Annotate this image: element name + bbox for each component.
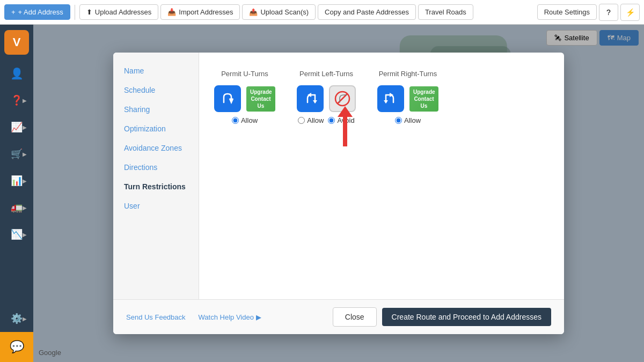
right-upgrade-label: UpgradeContact Us <box>413 89 435 109</box>
chat-icon: 💬 <box>10 340 24 354</box>
left-turn-allow-icon <box>297 85 324 112</box>
arrow-shaft <box>343 117 347 146</box>
arrow-head-up <box>338 106 353 117</box>
nav-user-label: User <box>124 202 140 210</box>
left-turns-allow-input[interactable] <box>298 117 305 124</box>
u-turns-upgrade-button[interactable]: UpgradeContact Us <box>246 86 275 112</box>
right-turns-allow-input[interactable] <box>395 117 402 124</box>
right-turns-icons: UpgradeContact Us <box>377 85 438 112</box>
question-icon: ? <box>606 8 611 17</box>
sub-indicator: ▶ <box>23 151 27 157</box>
sidebar-item-cart[interactable]: 🛒 ▶ <box>4 143 29 165</box>
turn-restrictions-row: Permit U-Turns UpgradeCo <box>214 70 549 124</box>
sidebar-item-add-user[interactable]: 👤 <box>4 62 29 85</box>
upload-addresses-button[interactable]: ⬆ Upload Addresses <box>79 4 159 20</box>
right-turns-allow-radio[interactable]: Allow <box>395 116 421 124</box>
left-turn-avoid-svg <box>334 91 350 107</box>
sidebar-item-activity[interactable]: 📈 ▶ <box>4 116 29 138</box>
right-turns-upgrade-button[interactable]: UpgradeContact Us <box>409 86 438 112</box>
modal-footer: Send Us Feedback Watch Help Video ▶ Clos… <box>113 299 564 334</box>
create-route-button[interactable]: Create Route and Proceed to Add Addresse… <box>382 308 551 326</box>
modal-nav: Name Schedule Sharing Optimization Avoid… <box>113 53 199 299</box>
upload-scans-button[interactable]: 📤 Upload Scan(s) <box>242 4 316 20</box>
send-feedback-link[interactable]: Send Us Feedback <box>126 313 186 321</box>
u-turns-label: Permit U-Turns <box>221 70 268 78</box>
footer-buttons: Close Create Route and Proceed to Add Ad… <box>333 307 551 327</box>
sidebar-item-dispatch[interactable]: 🚛 ▶ <box>4 196 29 219</box>
lightning-button[interactable]: ⚡ <box>620 4 640 21</box>
close-button[interactable]: Close <box>333 307 377 327</box>
modal-nav-item-directions[interactable]: Directions <box>113 158 199 177</box>
modal-nav-item-avoidance-zones[interactable]: Avoidance Zones <box>113 138 199 158</box>
plus-icon: + <box>11 8 16 16</box>
svg-marker-12 <box>384 100 388 104</box>
modal-nav-item-optimization[interactable]: Optimization <box>113 119 199 138</box>
close-label: Close <box>345 313 364 321</box>
modal-nav-item-turn-restrictions[interactable]: Turn Restrictions <box>113 177 199 196</box>
add-address-button[interactable]: + + Add Address <box>4 4 70 20</box>
feedback-label: Send Us Feedback <box>126 313 186 321</box>
route-settings-button[interactable]: Route Settings <box>537 4 597 20</box>
help-icon: ❓ <box>11 94 23 106</box>
travel-roads-button[interactable]: Travel Roads <box>418 4 473 20</box>
modal-nav-item-name[interactable]: Name <box>113 61 199 80</box>
travel-roads-label: Travel Roads <box>425 8 466 16</box>
sub-indicator: ▶ <box>23 232 27 238</box>
add-address-label: + Add Address <box>18 8 63 16</box>
right-turns-allow-text: Allow <box>404 116 421 124</box>
reports-icon: 📉 <box>11 228 23 240</box>
sidebar-item-settings[interactable]: ⚙️ ▶ <box>4 307 29 330</box>
footer-links: Send Us Feedback Watch Help Video ▶ <box>126 313 261 321</box>
nav-optimization-label: Optimization <box>124 124 166 133</box>
settings-icon: ⚙️ <box>11 313 23 324</box>
toolbar-right: Route Settings ? ⚡ <box>537 4 640 21</box>
sidebar-item-analytics[interactable]: 📊 ▶ <box>4 169 29 192</box>
video-icon: ▶ <box>256 313 261 321</box>
activity-icon: 📈 <box>11 121 23 133</box>
create-label: Create Route and Proceed to Add Addresse… <box>392 313 541 321</box>
app-logo[interactable]: V <box>4 30 29 55</box>
nav-turn-restrictions-label: Turn Restrictions <box>124 182 186 191</box>
sub-indicator: ▶ <box>23 124 27 130</box>
scan-icon: 📤 <box>249 8 258 16</box>
modal-overlay: Name Schedule Sharing Optimization Avoid… <box>33 25 644 362</box>
modal-nav-item-schedule[interactable]: Schedule <box>113 80 199 100</box>
left-turns-allow-radio[interactable]: Allow <box>298 116 324 124</box>
u-turns-allow-input[interactable] <box>232 117 239 124</box>
chat-bubble[interactable]: 💬 <box>0 332 33 362</box>
upload-addresses-label: Upload Addresses <box>95 8 152 16</box>
sub-indicator: ▶ <box>23 98 27 104</box>
watch-help-video-link[interactable]: Watch Help Video ▶ <box>199 313 261 321</box>
sidebar: V 👤 ❓ ▶ 📈 ▶ 🛒 ▶ 📊 ▶ 🚛 ▶ 📉 ▶ ⚙️ ▶ <box>0 25 33 362</box>
modal-nav-item-user[interactable]: User <box>113 196 199 216</box>
copy-paste-button[interactable]: Copy and Paste Addresses <box>318 4 416 20</box>
modal-nav-item-sharing[interactable]: Sharing <box>113 100 199 119</box>
nav-schedule-label: Schedule <box>124 86 155 94</box>
copy-addresses-label: Copy and Paste Addresses <box>325 8 409 16</box>
sub-indicator: ▶ <box>23 178 27 184</box>
import-addresses-button[interactable]: 📥 Import Addresses <box>160 4 240 20</box>
left-turn-svg <box>302 91 318 107</box>
svg-marker-7 <box>313 100 317 104</box>
toolbar: + + Add Address ⬆ Upload Addresses 📥 Imp… <box>0 0 644 25</box>
red-arrow-annotation <box>338 106 353 146</box>
left-turns-avoid-input[interactable] <box>328 117 335 124</box>
left-turns-allow-text: Allow <box>307 116 324 124</box>
import-icon: 📥 <box>167 8 176 16</box>
nav-name-label: Name <box>124 67 144 75</box>
u-turns-radio-options: Allow <box>232 116 258 124</box>
right-turns-label: Permit Right-Turns <box>379 70 437 78</box>
add-user-icon: 👤 <box>10 67 24 80</box>
sidebar-item-reports[interactable]: 📉 ▶ <box>4 223 29 246</box>
sidebar-item-help[interactable]: ❓ ▶ <box>4 89 29 112</box>
modal-dialog: Name Schedule Sharing Optimization Avoid… <box>113 53 564 334</box>
sub-indicator: ▶ <box>23 205 27 211</box>
upgrade-label: UpgradeContact Us <box>250 89 272 109</box>
analytics-icon: 📊 <box>11 175 23 187</box>
u-turn-svg <box>219 91 236 107</box>
help-button[interactable]: ? <box>599 4 618 21</box>
toolbar-separator <box>75 5 75 20</box>
u-turns-allow-radio[interactable]: Allow <box>232 116 258 124</box>
nav-directions-label: Directions <box>124 163 157 172</box>
left-turns-label: Permit Left-Turns <box>299 70 353 78</box>
